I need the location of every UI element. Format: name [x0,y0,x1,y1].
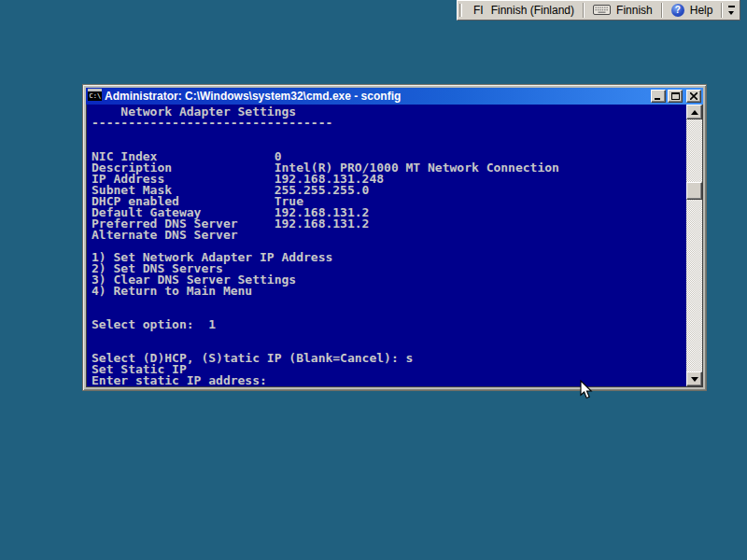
window-controls [651,90,701,103]
scroll-up-button[interactable] [686,105,702,119]
keyboard-layout-button[interactable]: Finnish [585,1,661,20]
language-indicator-button[interactable]: FI Finnish (Finland) [465,1,583,20]
console-client: Network Adapter Settings ---------------… [86,105,703,387]
language-bar: FI Finnish (Finland) Finnish ? Help [457,0,740,21]
scrollbar-track[interactable] [686,119,702,371]
language-code: FI [473,4,484,17]
scrollbar-thumb[interactable] [686,182,702,200]
language-bar-grip[interactable] [459,4,462,17]
scroll-down-button[interactable] [686,371,702,386]
svg-text:C:\: C:\ [90,92,102,100]
desktop: FI Finnish (Finland) Finnish ? Help [0,0,747,560]
title-bar[interactable]: C:\ Administrator: C:\Windows\system32\c… [86,88,703,105]
down-arrow-icon [691,377,698,382]
cmd-icon: C:\ [88,88,102,105]
keyboard-layout-label: Finnish [616,4,653,17]
vertical-scrollbar [686,105,702,386]
console-output[interactable]: Network Adapter Settings ---------------… [87,105,686,386]
up-arrow-icon [691,110,698,115]
language-bar-controls [723,1,740,20]
keyboard-icon [593,3,611,18]
cmd-window: C:\ Administrator: C:\Windows\system32\c… [82,84,707,391]
language-bar-minimize-button[interactable] [728,6,735,7]
minimize-button[interactable] [651,90,666,103]
help-icon: ? [671,4,684,17]
language-name: Finnish (Finland) [491,4,574,17]
window-title: Administrator: C:\Windows\system32\cmd.e… [105,90,648,103]
help-label: Help [690,4,713,17]
help-button[interactable]: ? Help [663,1,722,20]
maximize-button[interactable] [668,90,683,103]
close-button[interactable] [686,90,701,103]
language-bar-options-arrow-button[interactable] [728,11,734,15]
